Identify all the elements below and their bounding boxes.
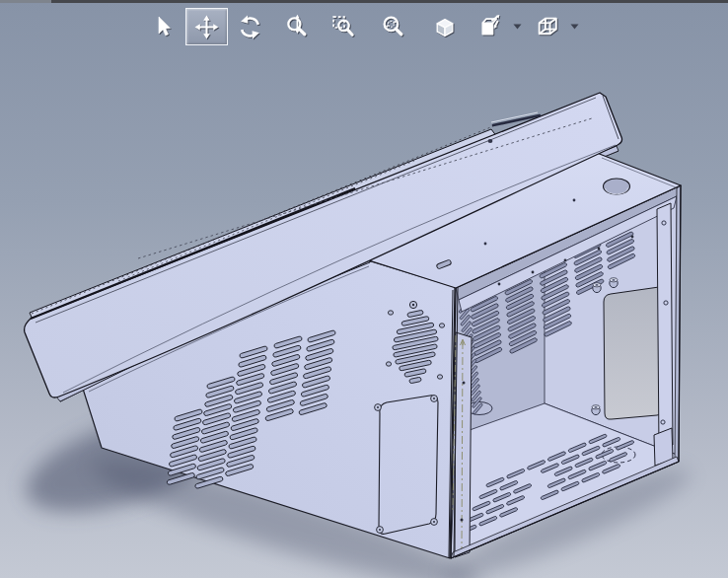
select-button[interactable] — [143, 8, 182, 45]
vent-corner-hole — [437, 375, 442, 379]
rotate-arrows-icon — [237, 14, 263, 40]
right-wall-cutout — [604, 287, 666, 419]
screw-center — [433, 397, 435, 399]
boss-hole — [595, 284, 598, 286]
pan-arrows-icon — [193, 14, 220, 40]
right-flange — [657, 203, 673, 451]
zoom-in-out-button[interactable] — [277, 8, 317, 45]
screw-center — [412, 304, 414, 306]
viewport-3d[interactable] — [0, 0, 728, 578]
cube-arrows-icon — [477, 14, 504, 40]
view-orientation-dropdown[interactable] — [566, 8, 582, 45]
magnifier-updown-icon — [284, 14, 311, 40]
chevron-down-icon — [570, 24, 579, 30]
boss-hole — [612, 279, 615, 281]
pilot-hole — [484, 243, 487, 246]
zoom-to-area-button[interactable] — [324, 8, 363, 45]
zoom-to-fit-button[interactable] — [373, 8, 412, 45]
view-toolbar — [0, 3, 728, 46]
interior-bracket — [455, 332, 472, 557]
view-orientation-button[interactable] — [528, 8, 567, 45]
standard-views-dropdown[interactable] — [509, 8, 525, 45]
shaded-cube-icon — [431, 14, 458, 40]
bracket-hole — [463, 382, 466, 385]
rotate-view-button[interactable] — [230, 8, 269, 45]
vent-corner-hole — [386, 362, 391, 366]
cursor-arrow-icon — [150, 14, 176, 39]
pilot-hole — [573, 199, 576, 202]
magnifier-area-icon — [330, 14, 357, 40]
rail-hole — [631, 236, 634, 239]
boss-hole — [594, 406, 597, 408]
application-window — [0, 0, 728, 578]
vent-corner-hole — [388, 311, 393, 315]
screw-center — [377, 406, 379, 408]
magnifier-fit-icon — [380, 14, 406, 40]
standard-views-button[interactable] — [471, 8, 510, 45]
rail-hole — [598, 248, 601, 251]
screw-center — [379, 529, 381, 531]
chevron-down-icon — [513, 24, 522, 30]
screw-center — [433, 521, 435, 523]
rail-hole — [498, 283, 501, 286]
wireframe-cube-icon — [535, 14, 561, 40]
pan-button[interactable] — [185, 8, 228, 45]
viewport-scene[interactable] — [0, 0, 728, 578]
rail-hole — [564, 259, 567, 262]
vent-corner-hole — [439, 324, 444, 327]
bracket-hole — [461, 519, 464, 522]
shaded-display-button[interactable] — [424, 8, 464, 45]
lid-hole — [488, 139, 493, 143]
rail-hole — [532, 271, 535, 274]
